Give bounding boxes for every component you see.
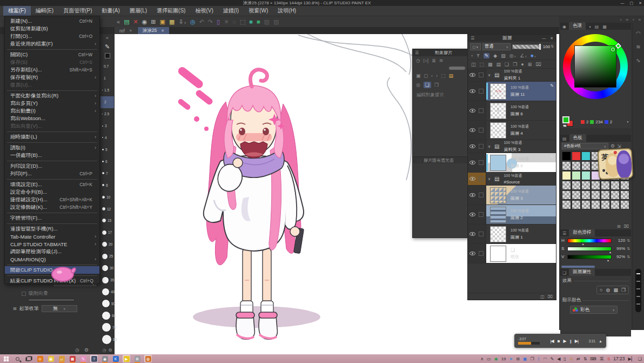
layer-checkbox[interactable] bbox=[477, 251, 485, 256]
layer-checkbox[interactable] bbox=[477, 212, 485, 217]
layers-toolbar-icon[interactable]: ⬚ bbox=[480, 62, 485, 67]
layer-checkbox[interactable] bbox=[477, 89, 485, 94]
saturation-value-square[interactable] bbox=[574, 45, 616, 88]
layer-name[interactable]: 圖層 1 bbox=[511, 234, 529, 240]
command-bar-icon[interactable]: ⊞ bbox=[151, 19, 156, 25]
tab-close-icon[interactable]: ✕ bbox=[161, 29, 164, 33]
brush-size-item[interactable]: 0.7 bbox=[100, 61, 114, 72]
color-swatch[interactable] bbox=[581, 161, 591, 170]
color-swatch[interactable] bbox=[591, 181, 600, 190]
file-menu-item[interactable]: 寫出向量(V)... › bbox=[5, 122, 99, 130]
layer-row[interactable]: ∨ ▤ 100 %普通 圖層 6 ✎ bbox=[468, 153, 556, 173]
layer-template-select[interactable]: ▢∨ bbox=[470, 43, 481, 50]
brush-size-item[interactable]: 3 bbox=[100, 120, 114, 132]
transport-button[interactable]: ▶| bbox=[575, 339, 578, 344]
layers-toolbar-icon[interactable]: ⌧ bbox=[535, 62, 541, 67]
tray-icon[interactable]: ◀ bbox=[557, 357, 560, 361]
file-menu-item[interactable]: 保存複製(R) › bbox=[5, 74, 99, 81]
saturation-spinner[interactable]: ⇅ bbox=[627, 247, 630, 251]
opacity-spinner[interactable]: ⇅ bbox=[551, 44, 554, 49]
file-menu-item[interactable]: 關閉(C) Ctrl+W › bbox=[5, 51, 99, 58]
color-swatch[interactable] bbox=[572, 171, 581, 180]
command-bar-icon[interactable]: ↶ bbox=[199, 19, 204, 25]
panel-close-icon[interactable]: ✕ bbox=[550, 36, 553, 41]
folder-caret-icon[interactable]: ∨ bbox=[488, 73, 492, 77]
color-slider-tab-icon[interactable]: ☰ bbox=[561, 231, 567, 236]
transport-button[interactable]: || bbox=[570, 339, 571, 344]
tab-color-wheel[interactable]: 色環 bbox=[569, 22, 586, 30]
file-menu-item[interactable]: › bbox=[5, 159, 99, 162]
value-slider[interactable]: ▲ bbox=[567, 255, 612, 259]
file-menu-item[interactable]: 讀取(I) › bbox=[5, 144, 99, 151]
color-swatch[interactable] bbox=[572, 161, 581, 170]
cel-toolbar-icon[interactable]: ≣ bbox=[432, 58, 436, 63]
file-menu-item[interactable]: 寫出動畫(I) › bbox=[5, 107, 99, 115]
layer-visibility-toggle[interactable] bbox=[468, 89, 477, 93]
menu-item[interactable]: 選擇範圍(S) bbox=[152, 6, 190, 16]
foreground-color-chip[interactable] bbox=[100, 51, 114, 60]
tray-icon[interactable]: ❐ bbox=[531, 357, 534, 361]
layers-toolbar-icon[interactable]: ▨ bbox=[501, 53, 506, 58]
dock-control-icon[interactable]: ‹ bbox=[633, 17, 634, 22]
layer-row[interactable]: ∨ ▤ 100 %普通 #Source ✎ bbox=[468, 173, 556, 186]
layer-checkbox[interactable] bbox=[477, 108, 485, 113]
file-menu-item[interactable]: 復原(U)... › bbox=[5, 81, 99, 89]
color-swatch[interactable] bbox=[611, 190, 620, 200]
layer-property-tab-icon[interactable]: ❏ bbox=[561, 270, 567, 276]
file-menu-item[interactable]: › bbox=[5, 130, 99, 133]
pen-tool-icon[interactable]: ✎ bbox=[100, 42, 114, 51]
brush-size-item[interactable]: 5 bbox=[100, 143, 114, 155]
menu-item[interactable]: 圖層(L) bbox=[125, 6, 152, 16]
layers-toolbar-icon[interactable]: Ŧ bbox=[477, 53, 480, 58]
hue-spinner[interactable]: ⇅ bbox=[627, 239, 630, 243]
cel-toolbar-icon[interactable]: ❏ bbox=[424, 82, 431, 88]
command-bar-icon[interactable]: ■ bbox=[257, 19, 260, 25]
layer-name[interactable]: 圖層 4 bbox=[511, 130, 529, 136]
maximize-button[interactable]: ▢ bbox=[630, 1, 634, 5]
sv-selector[interactable] bbox=[611, 48, 615, 51]
color-chips[interactable] bbox=[562, 116, 575, 127]
cel-toolbar-icon[interactable]: ◻ bbox=[424, 73, 428, 78]
file-menu-item[interactable]: 新建(N)... Ctrl+N › bbox=[5, 17, 99, 25]
color-swatch[interactable] bbox=[601, 181, 610, 190]
file-menu-item[interactable]: › bbox=[5, 89, 99, 92]
layer-thumbnail[interactable] bbox=[490, 155, 506, 171]
file-menu-item[interactable]: 捷徑鍵設定(H)... Ctrl+Shift+Alt+K › bbox=[5, 196, 99, 203]
effect-icon[interactable]: ❐ bbox=[621, 287, 626, 293]
layer-name[interactable]: #Source bbox=[504, 180, 522, 184]
file-menu-item[interactable]: 環境設定(E)... Ctrl+K › bbox=[5, 181, 99, 188]
layer-checkbox[interactable] bbox=[477, 72, 485, 77]
brush-size-item[interactable]: 20 bbox=[100, 239, 114, 250]
layer-visibility-toggle[interactable] bbox=[468, 144, 477, 148]
tray-icon[interactable]: ⌨ bbox=[590, 357, 596, 361]
taskbar-app[interactable]: ▶ bbox=[123, 355, 130, 362]
brush-size-item[interactable]: 80 bbox=[100, 333, 114, 345]
tab-color-slider[interactable]: 顏色滑桿 bbox=[569, 229, 595, 236]
cel-toolbar-icon[interactable]: ‹ bbox=[431, 73, 433, 78]
canvas-tab[interactable]: ref✕ bbox=[115, 27, 137, 34]
layer-name[interactable]: 纸张 bbox=[511, 254, 519, 260]
color-swatch[interactable] bbox=[581, 171, 591, 180]
tray-icon[interactable]: ▶▏ bbox=[628, 357, 635, 361]
brush-size-item[interactable]: 40 bbox=[100, 286, 114, 298]
layers-toolbar-icon[interactable]: ▩ bbox=[488, 62, 493, 67]
color-swatch[interactable] bbox=[562, 190, 571, 200]
effect-icon[interactable]: ◍ bbox=[606, 287, 611, 293]
color-swatch[interactable] bbox=[581, 151, 591, 161]
two-pane-toggle-icon[interactable]: ◫ bbox=[540, 294, 545, 299]
color-swatch[interactable] bbox=[562, 181, 571, 190]
command-bar-icon[interactable]: ⬚ bbox=[240, 19, 245, 25]
command-bar-icon[interactable]: « bbox=[117, 19, 120, 25]
file-menu-item[interactable]: 另存新檔(A)... Shift+Alt+S › bbox=[5, 66, 99, 74]
taskbar-app[interactable]: ? bbox=[90, 355, 98, 362]
tab-history-icon[interactable]: ▦ bbox=[601, 24, 608, 30]
tray-icon[interactable]: ✎ bbox=[551, 357, 554, 361]
tab-close-icon[interactable]: ✕ bbox=[129, 29, 132, 33]
layer-visibility-toggle[interactable] bbox=[468, 161, 477, 164]
command-bar-icon[interactable]: ⇩ bbox=[178, 19, 186, 25]
layer-row[interactable]: ∨ ▤ 100 %普通 圖層 1 ✎ bbox=[468, 225, 556, 244]
layer-thumbnail[interactable]: ﹏ bbox=[490, 122, 506, 138]
palette-settings-icon[interactable]: ⚙ bbox=[108, 348, 112, 353]
transport-button[interactable]: |◀ bbox=[550, 339, 553, 344]
zoom-slider[interactable] bbox=[635, 269, 641, 312]
